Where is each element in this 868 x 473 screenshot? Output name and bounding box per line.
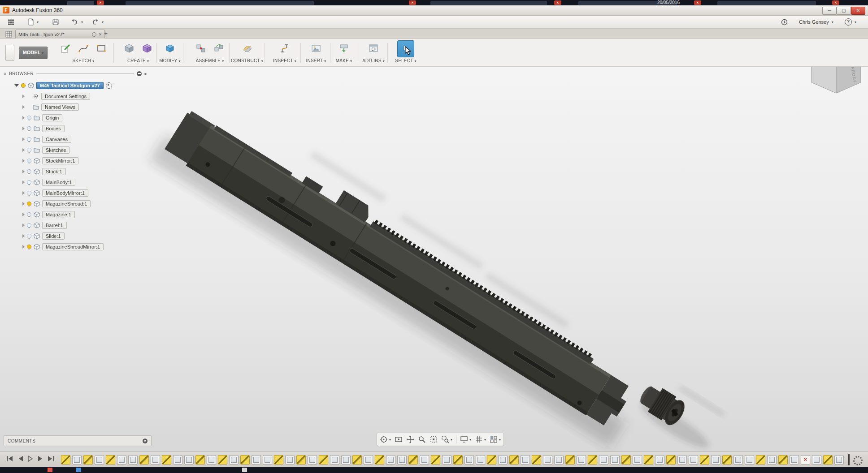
step-back-button[interactable] xyxy=(18,456,23,464)
close-tab-icon[interactable]: × xyxy=(99,32,102,37)
magazine-cap-part[interactable] xyxy=(633,370,728,452)
ribbon-group-label[interactable]: MAKE xyxy=(330,58,358,63)
taskbar-app-icon[interactable] xyxy=(242,468,247,472)
timeline-model-feature-icon[interactable] xyxy=(420,455,429,464)
timeline-sketch-feature-icon[interactable] xyxy=(509,455,519,464)
timeline-model-feature-icon[interactable] xyxy=(330,455,339,464)
browser-tree-row[interactable]: Magazine:1 xyxy=(22,210,147,219)
timeline-settings-gear-icon[interactable] xyxy=(853,456,863,465)
visibility-bulb-icon[interactable] xyxy=(27,245,31,249)
collapse-panel-icon[interactable]: « xyxy=(4,71,6,76)
visibility-bulb-icon[interactable] xyxy=(27,212,31,217)
expand-icon[interactable] xyxy=(22,181,25,184)
timeline-sketch-feature-icon[interactable] xyxy=(106,455,115,464)
fit-icon[interactable] xyxy=(430,435,438,443)
timeline-model-feature-icon[interactable] xyxy=(151,455,160,464)
taskbar-app-icon[interactable] xyxy=(76,468,81,472)
browser-tree-row[interactable]: Sketches xyxy=(22,146,147,154)
comments-bar[interactable]: COMMENTS xyxy=(4,435,152,446)
press-pull-icon[interactable] xyxy=(162,40,178,56)
browser-tree-row[interactable]: Canvases xyxy=(22,135,147,143)
timeline-model-feature-icon[interactable] xyxy=(834,455,844,464)
expand-icon[interactable] xyxy=(22,170,25,173)
timeline-sketch-feature-icon[interactable] xyxy=(218,455,227,464)
timeline-model-feature-icon[interactable] xyxy=(543,455,552,464)
expand-icon[interactable] xyxy=(22,213,25,216)
expand-icon[interactable] xyxy=(22,116,25,120)
file-menu-button[interactable] xyxy=(28,18,39,26)
tree-item-label[interactable]: Slide:1 xyxy=(42,232,65,240)
timeline-sketch-feature-icon[interactable] xyxy=(487,455,496,464)
visibility-bulb-icon[interactable] xyxy=(27,180,31,185)
timeline-sketch-feature-icon[interactable] xyxy=(375,455,384,464)
timeline-sketch-feature-icon[interactable] xyxy=(700,455,709,464)
tree-item-label[interactable]: Stock:1 xyxy=(42,168,66,175)
visibility-bulb-icon[interactable] xyxy=(27,137,31,142)
timeline-sketch-feature-icon[interactable] xyxy=(139,455,149,464)
play-button[interactable] xyxy=(28,456,33,464)
timeline-sketch-feature-icon[interactable] xyxy=(666,455,676,464)
timeline-model-feature-icon[interactable] xyxy=(655,455,664,464)
timeline-model-feature-icon[interactable] xyxy=(521,455,530,464)
expand-icon[interactable] xyxy=(22,191,25,195)
tree-item-label[interactable]: MagazineShroud:1 xyxy=(42,200,91,207)
close-button[interactable]: ✕ xyxy=(851,7,865,15)
tree-item-label[interactable]: MagazineShroudMirror:1 xyxy=(42,243,104,250)
timeline-model-feature-icon[interactable] xyxy=(711,455,720,464)
timeline-sketch-feature-icon[interactable] xyxy=(274,455,283,464)
browser-tree-row[interactable]: Barrel:1 xyxy=(22,221,147,229)
look-at-icon[interactable] xyxy=(395,435,403,443)
visibility-bulb-icon[interactable] xyxy=(27,202,31,206)
visibility-bulb-icon[interactable] xyxy=(27,116,31,120)
addins-icon[interactable] xyxy=(365,40,382,56)
timeline-model-feature-icon[interactable] xyxy=(252,455,261,464)
tree-item-label[interactable]: Document Settings xyxy=(41,93,90,100)
timeline-model-feature-icon[interactable] xyxy=(745,455,754,464)
display-settings-icon[interactable] xyxy=(460,435,471,443)
timeline-sketch-feature-icon[interactable] xyxy=(195,455,205,464)
construct-plane-icon[interactable] xyxy=(239,40,255,56)
new-component-icon[interactable] xyxy=(121,40,137,56)
expand-icon[interactable] xyxy=(22,245,25,249)
ribbon-group-label[interactable]: SELECT xyxy=(391,58,421,63)
timeline-sketch-feature-icon[interactable] xyxy=(352,455,362,464)
joint-icon[interactable] xyxy=(193,40,209,56)
timeline-model-feature-icon[interactable] xyxy=(397,455,407,464)
go-to-start-button[interactable] xyxy=(6,456,13,464)
visibility-bulb-icon[interactable] xyxy=(27,191,31,195)
timeline-model-feature-icon[interactable] xyxy=(767,455,777,464)
document-tab[interactable]: M45 Tacti...tgun v27* × xyxy=(15,30,105,39)
help-menu-button[interactable]: ? xyxy=(845,18,856,26)
panel-flyout-icon[interactable]: ▸ xyxy=(144,71,147,77)
timeline-model-feature-icon[interactable] xyxy=(364,455,373,464)
tree-item-label[interactable]: MainBodyMirror:1 xyxy=(42,189,88,197)
expand-icon[interactable] xyxy=(14,84,19,87)
grid-and-snaps-icon[interactable] xyxy=(475,435,486,443)
background-close-icon[interactable] xyxy=(832,0,839,5)
timeline-model-feature-icon[interactable] xyxy=(72,455,82,464)
timeline-model-feature-icon[interactable] xyxy=(341,455,351,464)
tree-item-label[interactable]: Bodies xyxy=(42,125,65,132)
visibility-bulb-icon[interactable] xyxy=(27,159,31,163)
browser-tree-row[interactable]: MainBody:1 xyxy=(22,178,147,186)
create-sketch-icon[interactable] xyxy=(57,40,74,56)
undo-button[interactable] xyxy=(71,18,83,26)
timeline-model-feature-icon[interactable] xyxy=(677,455,687,464)
visibility-bulb-icon[interactable] xyxy=(27,234,31,238)
expand-icon[interactable] xyxy=(22,234,25,238)
tree-item-label[interactable]: Magazine:1 xyxy=(42,211,75,218)
timeline-sketch-feature-icon[interactable] xyxy=(61,455,70,464)
taskbar-app-icon[interactable] xyxy=(48,468,52,472)
browser-tree-row[interactable]: MagazineShroud:1 xyxy=(22,199,147,208)
timeline-sketch-feature-icon[interactable] xyxy=(565,455,575,464)
timeline-model-feature-icon[interactable] xyxy=(128,455,138,464)
browser-tree-row[interactable]: MainBodyMirror:1 xyxy=(22,189,147,197)
ribbon-group-label[interactable]: SKETCH xyxy=(55,58,112,63)
new-document-button[interactable]: + xyxy=(102,30,109,37)
ribbon-group-label[interactable]: ASSEMBLE xyxy=(187,58,232,63)
job-status-button[interactable] xyxy=(781,18,788,26)
rectangle-icon[interactable] xyxy=(93,40,109,56)
background-close-icon[interactable] xyxy=(409,0,416,5)
timeline-model-feature-icon[interactable] xyxy=(464,455,474,464)
go-to-end-button[interactable] xyxy=(48,456,55,464)
